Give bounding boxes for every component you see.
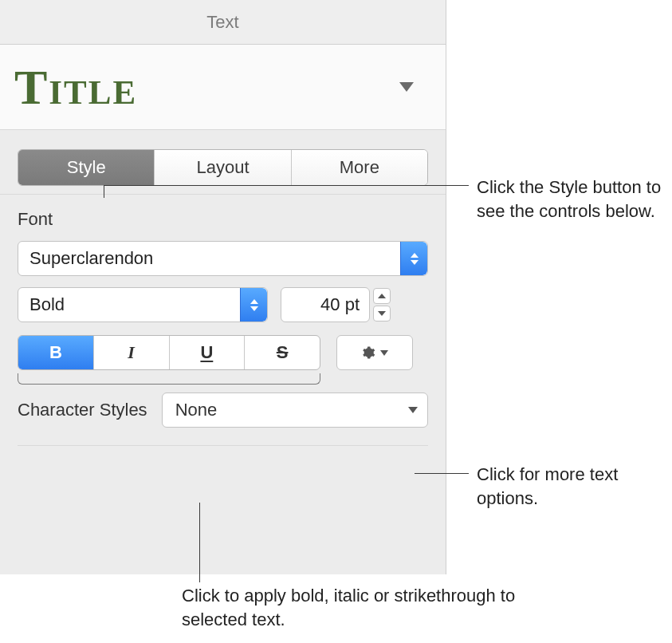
panel-header-title: Text (206, 12, 238, 33)
strike-glyph: S (277, 342, 289, 363)
character-styles-value: None (175, 400, 218, 420)
paragraph-style-name: Title (14, 62, 399, 112)
character-styles-label: Character Styles (18, 400, 147, 420)
chevron-down-icon (380, 350, 388, 356)
font-family-value: Superclarendon (18, 248, 400, 269)
tab-style[interactable]: Style (18, 150, 155, 185)
font-section-label: Font (18, 209, 428, 230)
font-size-value: 40 pt (320, 294, 360, 315)
panel-header: Text (0, 0, 446, 45)
font-size-step-up[interactable] (373, 288, 391, 304)
popup-arrows-icon (400, 242, 427, 275)
font-weight-value: Bold (18, 294, 240, 315)
tab-more[interactable]: More (292, 150, 427, 185)
callout-more-options: Click for more text options. (477, 463, 656, 510)
callout-bracket (18, 373, 320, 385)
underline-glyph: U (200, 342, 213, 363)
callout-style-tab: Click the Style button to see the contro… (477, 176, 664, 223)
underline-button[interactable]: U (170, 336, 246, 369)
gear-icon (361, 345, 375, 360)
inspector-tabs: Style Layout More (18, 149, 428, 186)
tab-more-label: More (340, 157, 379, 178)
callout-leader (104, 185, 104, 198)
font-size-stepper (373, 288, 391, 322)
chevron-down-icon (408, 407, 418, 413)
more-text-options-button[interactable] (336, 335, 413, 370)
bold-glyph: B (49, 342, 62, 363)
tab-layout[interactable]: Layout (155, 150, 291, 185)
font-size-field[interactable]: 40 pt (281, 287, 370, 322)
tab-style-label: Style (67, 157, 106, 178)
tab-layout-label: Layout (196, 157, 249, 178)
bold-button[interactable]: B (18, 336, 94, 369)
italic-glyph: I (128, 342, 135, 363)
font-size-step-down[interactable] (373, 306, 391, 322)
text-style-buttons: B I U S (18, 335, 320, 370)
callout-leader (415, 473, 469, 474)
italic-button[interactable]: I (94, 336, 170, 369)
callout-bius: Click to apply bold, italic or strikethr… (182, 584, 517, 631)
popup-arrows-icon (240, 288, 267, 322)
format-panel: Text Title Style Layout More Font Superc… (0, 0, 446, 574)
paragraph-style-picker[interactable]: Title (0, 45, 446, 130)
character-styles-popup[interactable]: None (162, 393, 428, 428)
chevron-down-icon (399, 82, 414, 92)
strikethrough-button[interactable]: S (245, 336, 320, 369)
callout-leader (104, 185, 469, 186)
callout-leader (199, 503, 200, 582)
font-weight-popup[interactable]: Bold (18, 287, 268, 322)
font-family-popup[interactable]: Superclarendon (18, 241, 428, 276)
